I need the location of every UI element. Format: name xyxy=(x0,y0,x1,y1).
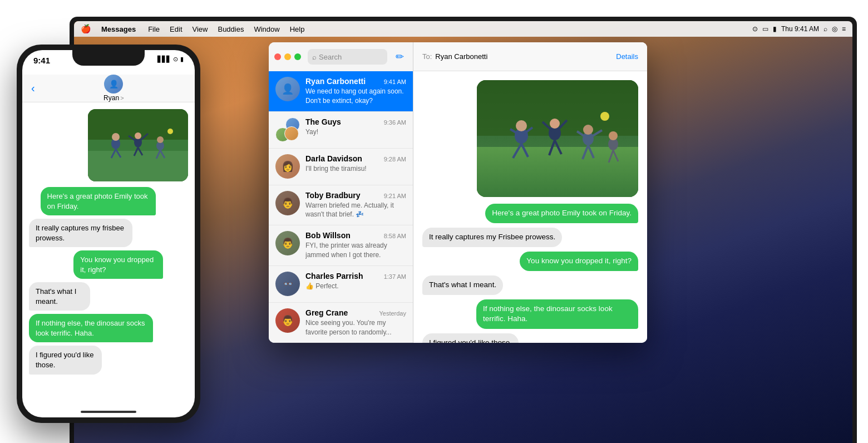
iphone-bubble-received-1: It really captures my frisbee prowess. xyxy=(29,219,132,247)
conv-preview-darla: I'll bring the tiramisu! xyxy=(305,164,406,174)
message-row-sent-2: You know you dropped it, right? xyxy=(422,252,638,271)
conv-time-toby: 9:21 AM xyxy=(384,193,406,199)
conv-info-guys: The Guys 9:36 AM Yay! xyxy=(305,117,406,137)
conversation-item-guys[interactable]: The Guys 9:36 AM Yay! xyxy=(269,112,413,149)
iphone-sent-photo xyxy=(88,109,188,181)
conv-time-greg: Yesterday xyxy=(379,310,406,317)
bubble-received-1: It really captures my Frisbee prowess. xyxy=(422,228,562,247)
conv-name-bob: Bob Willson xyxy=(305,231,351,240)
conv-preview-guys: Yay! xyxy=(305,127,406,137)
close-button[interactable] xyxy=(274,53,281,60)
conv-name-toby: Toby Bradbury xyxy=(305,191,361,200)
svg-point-10 xyxy=(550,119,560,129)
conv-time-darla: 9:28 AM xyxy=(384,156,406,163)
sent-photo xyxy=(477,80,638,197)
iphone-contact-name[interactable]: Ryan > xyxy=(103,94,124,102)
iphone-avatar: 👤 xyxy=(104,75,123,93)
avatar-guys xyxy=(275,117,300,142)
menu-edit[interactable]: Edit xyxy=(165,23,186,35)
iphone-chat-header: ‹ 👤 Ryan > xyxy=(22,75,195,102)
menu-buddies[interactable]: Buddies xyxy=(213,23,248,35)
traffic-lights xyxy=(274,53,301,60)
avatar-greg: 👨 xyxy=(275,308,300,333)
search-placeholder: Search xyxy=(319,53,342,61)
svg-rect-2 xyxy=(477,147,638,197)
to-label: To: xyxy=(422,52,432,61)
bubble-received-2: That's what I meant. xyxy=(422,275,503,295)
compose-button[interactable]: ✏ xyxy=(392,49,407,65)
compose-icon: ✏ xyxy=(396,51,404,63)
conversation-item-toby[interactable]: 👨 Toby Bradbury 9:21 AM Warren briefed m… xyxy=(269,185,413,226)
conv-name-darla: Darla Davidson xyxy=(305,154,362,163)
photo-message xyxy=(422,80,638,199)
menubar-right: ⊙ ▭ ▮ Thu 9:41 AM ⌕ ◎ ≡ xyxy=(752,25,846,33)
conv-info-darla: Darla Davidson 9:28 AM I'll bring the ti… xyxy=(305,154,406,174)
menu-file[interactable]: File xyxy=(144,23,164,35)
bubble-sent-2: You know you dropped it, right? xyxy=(520,252,638,271)
iphone-photo-message xyxy=(88,109,188,184)
conv-preview-greg: Nice seeing you. You're my favorite pers… xyxy=(305,318,406,337)
iphone-wifi-icon: ⊙ xyxy=(173,56,178,63)
sidebar-header: ⌕ Search ✏ xyxy=(269,42,413,71)
conv-time-bob: 8:58 AM xyxy=(384,233,406,239)
iphone-msg-received-2: That's what I meant. xyxy=(29,282,107,311)
conversation-item-ryan[interactable]: 👤 Ryan Carbonetti 9:41 AM We need to han… xyxy=(269,71,413,112)
conversation-list: 👤 Ryan Carbonetti 9:41 AM We need to han… xyxy=(269,71,413,343)
search-icon[interactable]: ⌕ xyxy=(823,25,827,33)
bubble-sent-3: If nothing else, the dinosaur socks look… xyxy=(476,299,638,329)
conv-info-toby: Toby Bradbury 9:21 AM Warren briefed me.… xyxy=(305,191,406,220)
svg-point-30 xyxy=(112,133,120,141)
iphone-status-right: ▋▋▋ ⊙ ▮ xyxy=(157,56,184,63)
message-row-received-2: That's what I meant. xyxy=(422,275,638,295)
app-name[interactable]: Messages xyxy=(97,23,140,35)
conversation-item-charles[interactable]: 👓 Charles Parrish 1:37 AM 👍 Perfect. xyxy=(269,266,413,303)
details-button[interactable]: Details xyxy=(616,52,638,61)
svg-point-16 xyxy=(583,125,593,135)
conversation-item-greg[interactable]: 👨 Greg Crane Yesterday Nice seeing you. … xyxy=(269,303,413,343)
search-icon: ⌕ xyxy=(312,53,317,61)
control-center-icon[interactable]: ≡ xyxy=(842,25,846,33)
search-bar[interactable]: ⌕ Search xyxy=(308,49,387,65)
iphone-msg-sent-3: If nothing else, the dinosaur socks look… xyxy=(29,314,188,342)
siri-icon[interactable]: ◎ xyxy=(832,25,837,33)
menu-view[interactable]: View xyxy=(188,23,213,35)
conv-time-charles: 1:37 AM xyxy=(384,273,406,280)
avatar-bob: 👨 xyxy=(275,231,300,255)
bubble-received-3: I figured you'd like those. xyxy=(422,333,519,343)
svg-point-4 xyxy=(516,120,527,131)
conv-name-greg: Greg Crane xyxy=(305,308,348,317)
conv-time-ryan: 9:41 AM xyxy=(384,78,406,85)
menu-window[interactable]: Window xyxy=(249,23,284,35)
conv-info-charles: Charles Parrish 1:37 AM 👍 Perfect. xyxy=(305,272,406,291)
iphone-msg-received-1: It really captures my frisbee prowess. xyxy=(29,219,162,247)
apple-menu[interactable]: 🍎 xyxy=(81,24,91,34)
iphone-messages: Here's a great photo Emily took on Frida… xyxy=(22,102,195,417)
conv-preview-ryan: We need to hang out again soon. Don't be… xyxy=(305,87,406,106)
message-row-sent-1: Here's a great photo Emily took on Frida… xyxy=(422,204,638,223)
menu-help[interactable]: Help xyxy=(285,23,309,35)
conv-preview-bob: FYI, the printer was already jammed when… xyxy=(305,241,406,260)
chat-recipient: Ryan Carbonetti xyxy=(435,52,487,61)
conversation-item-darla[interactable]: 👩 Darla Davidson 9:28 AM I'll bring the … xyxy=(269,149,413,185)
conv-info-greg: Greg Crane Yesterday Nice seeing you. Yo… xyxy=(305,308,406,337)
svg-point-21 xyxy=(600,112,609,121)
iphone-frame: 9:41 ▋▋▋ ⊙ ▮ ‹ 👤 Ryan > xyxy=(17,45,200,423)
back-button[interactable]: ‹ xyxy=(31,82,35,95)
conversation-item-bob[interactable]: 👨 Bob Willson 8:58 AM FYI, the printer w… xyxy=(269,225,413,266)
chat-header: To: Ryan Carbonetti Details xyxy=(413,42,647,71)
message-row-received-1: It really captures my Frisbee prowess. xyxy=(422,228,638,247)
iphone-bubble-sent-1: Here's a great photo Emily took on Frida… xyxy=(41,187,156,215)
conv-preview-toby: Warren briefed me. Actually, it wasn't t… xyxy=(305,201,406,220)
iphone-time: 9:41 xyxy=(33,56,50,65)
conv-name-guys: The Guys xyxy=(305,117,341,126)
avatar-darla: 👩 xyxy=(275,154,300,179)
iphone-bubble-sent-2: You know you dropped it, right? xyxy=(73,250,162,279)
conv-preview-charles: 👍 Perfect. xyxy=(305,282,406,291)
airplay-icon: ▭ xyxy=(762,25,768,33)
minimize-button[interactable] xyxy=(284,53,291,60)
conversations-sidebar: ⌕ Search ✏ 👤 xyxy=(269,42,413,343)
iphone-battery-icon: ▮ xyxy=(180,56,184,63)
fullscreen-button[interactable] xyxy=(294,53,301,60)
conv-info-ryan: Ryan Carbonetti 9:41 AM We need to hang … xyxy=(305,77,406,106)
iphone-msg-sent-1: Here's a great photo Emily took on Frida… xyxy=(41,187,188,215)
